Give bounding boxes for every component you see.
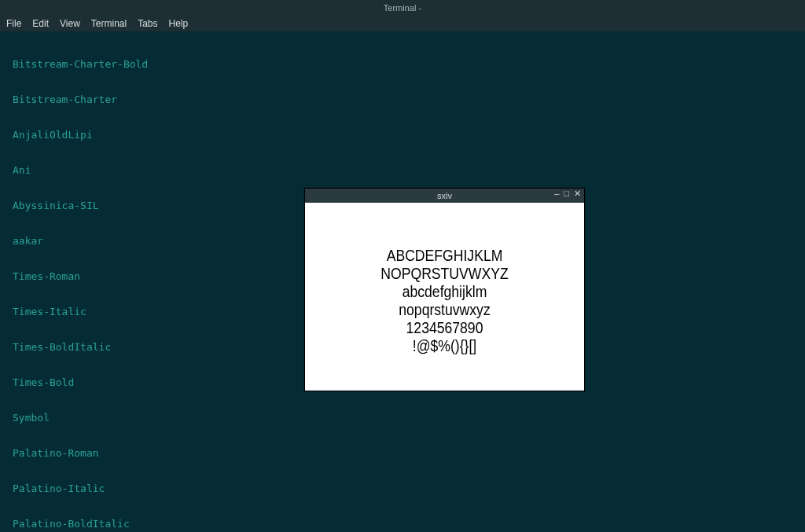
menu-file[interactable]: File (6, 18, 21, 29)
maximize-icon[interactable]: □ (564, 189, 569, 198)
specimen-line: nopqrstuvwxyz (399, 301, 490, 319)
menu-view[interactable]: View (60, 18, 80, 29)
specimen-line: 1234567890 (406, 319, 483, 337)
sxiv-titlebar[interactable]: sxiv – □ ✕ (305, 189, 584, 203)
specimen-line: !@$%(){}[] (413, 337, 476, 355)
list-item[interactable]: Bitstream-Charter (13, 94, 805, 105)
list-item[interactable]: Palatino-Italic (13, 482, 805, 494)
list-item[interactable]: Palatino-BoldItalic (13, 518, 805, 530)
list-item[interactable]: Symbol (13, 412, 805, 424)
menu-edit[interactable]: Edit (32, 18, 49, 29)
menu-tabs[interactable]: Tabs (138, 18, 157, 29)
menu-terminal[interactable]: Terminal (91, 18, 127, 29)
menubar: File Edit View Terminal Tabs Help (0, 16, 805, 31)
menu-help[interactable]: Help (169, 18, 189, 29)
sxiv-window-controls: – □ ✕ (554, 189, 581, 198)
specimen-line: NOPQRSTUVWXYZ (380, 265, 508, 283)
list-item[interactable]: Ani (13, 164, 805, 176)
close-icon[interactable]: ✕ (574, 189, 581, 198)
window-title: Terminal - (384, 3, 421, 13)
sxiv-image-content: ABCDEFGHIJKLM NOPQRSTUVWXYZ abcdefghijkl… (322, 203, 567, 391)
list-item[interactable]: Palatino-Roman (13, 447, 805, 459)
list-item[interactable]: AnjaliOldLipi (13, 129, 805, 141)
sxiv-window[interactable]: sxiv – □ ✕ ABCDEFGHIJKLM NOPQRSTUVWXYZ a… (304, 188, 585, 391)
specimen-line: ABCDEFGHIJKLM (387, 247, 503, 265)
specimen-line: abcdefghijklm (402, 283, 487, 301)
sxiv-title: sxiv (437, 191, 452, 200)
minimize-icon[interactable]: – (554, 189, 559, 198)
list-item[interactable]: Bitstream-Charter-Bold (13, 58, 805, 70)
window-titlebar: Terminal - (0, 0, 805, 16)
